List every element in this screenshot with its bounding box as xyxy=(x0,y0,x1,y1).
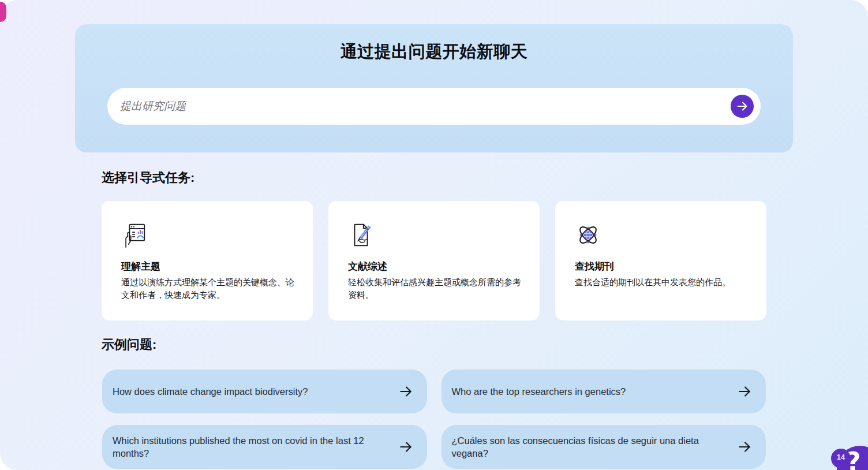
example-questions: How does climate change impact biodivers… xyxy=(102,370,766,469)
page-background: 通过提出问题开始新聊天 选择引导式任务: xyxy=(0,0,868,470)
arrow-right-icon xyxy=(736,100,749,113)
arrow-right-icon xyxy=(398,439,413,454)
example-question-vegan[interactable]: ¿Cuáles son las consecuencias físicas de… xyxy=(442,425,766,469)
task-card-description: 查找合适的期刊以在其中发表您的作品。 xyxy=(575,276,749,289)
atom-globe-icon xyxy=(575,222,601,248)
example-question-text: How does climate change impact biodivers… xyxy=(113,385,308,398)
task-card-understand-topic[interactable]: 理解主题 通过以演练方式理解某个主题的关键概念、论文和作者，快速成为专家。 xyxy=(102,201,313,320)
hero-card: 通过提出问题开始新聊天 xyxy=(75,24,793,152)
question-input-wrapper xyxy=(107,88,761,125)
task-card-description: 轻松收集和评估感兴趣主题或概念所需的参考资料。 xyxy=(348,276,522,301)
arrow-right-icon xyxy=(737,384,752,399)
tasks-heading: 选择引导式任务: xyxy=(102,169,766,186)
hero-title: 通过提出问题开始新聊天 xyxy=(107,40,761,64)
task-cards: 理解主题 通过以演练方式理解某个主题的关键概念、论文和作者，快速成为专家。 文献… xyxy=(102,201,766,320)
example-question-text: Who are the top researchers in genetics? xyxy=(452,385,626,398)
task-card-title: 文献综述 xyxy=(348,260,522,273)
example-question-text: Which institutions published the most on… xyxy=(113,434,384,460)
example-question-genetics[interactable]: Who are the top researchers in genetics? xyxy=(442,370,766,413)
examples-heading: 示例问题: xyxy=(102,336,766,353)
pink-corner-accent xyxy=(0,2,6,22)
arrow-right-icon xyxy=(737,439,752,454)
arrow-right-icon xyxy=(398,384,413,399)
task-card-description: 通过以演练方式理解某个主题的关键概念、论文和作者，快速成为专家。 xyxy=(121,276,295,301)
example-question-covid[interactable]: Which institutions published the most on… xyxy=(102,425,427,469)
document-pen-icon xyxy=(348,222,375,248)
help-badge-count[interactable]: 14 xyxy=(831,449,851,468)
hand-browser-chart-icon xyxy=(121,222,148,248)
help-widget: ? 14 xyxy=(805,418,868,470)
example-question-climate[interactable]: How does climate change impact biodivers… xyxy=(102,370,427,413)
example-question-text: ¿Cuáles son las consecuencias físicas de… xyxy=(452,434,723,460)
research-question-input[interactable] xyxy=(107,88,761,125)
task-card-title: 理解主题 xyxy=(121,260,295,273)
task-card-literature-review[interactable]: 文献综述 轻松收集和评估感兴趣主题或概念所需的参考资料。 xyxy=(328,201,540,320)
task-card-title: 查找期刊 xyxy=(575,260,749,273)
task-card-find-journals[interactable]: 查找期刊 查找合适的期刊以在其中发表您的作品。 xyxy=(555,201,766,320)
submit-question-button[interactable] xyxy=(731,95,754,118)
